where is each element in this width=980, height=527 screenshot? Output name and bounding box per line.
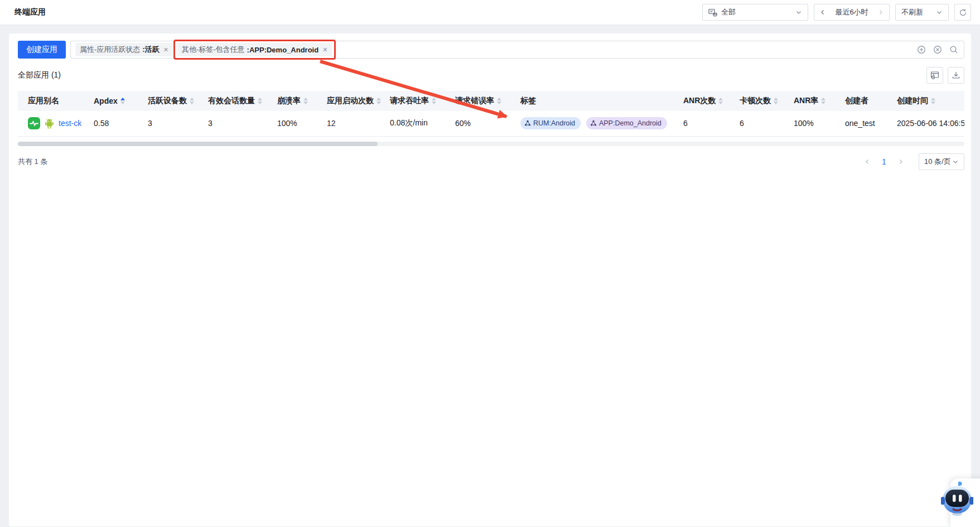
cell-launches: 12 <box>317 111 380 136</box>
highlighted-filter-chip-wrap: 其他-标签-包含任意 :APP:Demo_Android ✕ <box>177 43 332 56</box>
cell-crash-rate: 100% <box>267 111 317 136</box>
table-footer: 共有 1 条 1 10 条/页 <box>18 153 964 170</box>
remove-filter-icon[interactable]: ✕ <box>322 46 327 54</box>
sort-icon <box>931 98 935 104</box>
filter-chip-value: :活跃 <box>142 45 159 55</box>
column-header-tags: 标签 <box>510 91 673 111</box>
sort-icon <box>303 98 308 104</box>
page-size-select[interactable]: 10 条/页 <box>919 153 964 170</box>
filter-chip-value: :APP:Demo_Android <box>247 46 319 54</box>
filter-search-bar[interactable]: 属性-应用活跃状态 :活跃 ✕ 其他-标签-包含任意 :APP:Demo_And… <box>70 41 964 59</box>
tag-icon <box>590 120 597 127</box>
search-icon[interactable] <box>949 45 958 54</box>
time-prev-button[interactable] <box>819 9 826 16</box>
chevron-down-icon <box>795 9 802 16</box>
horizontal-scrollbar-thumb[interactable] <box>18 142 378 146</box>
cell-created-at: 2025-06-06 14:06:58 <box>887 111 964 136</box>
column-header-crash-rate[interactable]: 崩溃率 <box>267 91 317 111</box>
column-header-name: 应用别名 <box>18 91 84 111</box>
apps-table-wrap: 应用别名 Apdex 活跃设备数 有效会话数量 崩溃率 应用启动次数 请求吞吐率… <box>18 91 964 137</box>
time-range-picker: 最近6小时 <box>814 4 890 21</box>
cell-sessions: 3 <box>198 111 267 136</box>
android-icon <box>44 118 55 129</box>
sort-icon <box>497 98 501 104</box>
clear-filters-icon[interactable] <box>933 45 942 54</box>
filter-chip-label: 属性-应用活跃状态 <box>80 45 140 55</box>
column-header-anr-rate[interactable]: ANR率 <box>784 91 835 111</box>
tag-icon <box>524 120 531 127</box>
apps-card: 创建应用 属性-应用活跃状态 :活跃 ✕ 其他-标签-包含任意 :APP:Dem… <box>9 33 971 526</box>
column-header-sessions[interactable]: 有效会话数量 <box>198 91 267 111</box>
refresh-button[interactable] <box>954 4 971 21</box>
apps-table: 应用别名 Apdex 活跃设备数 有效会话数量 崩溃率 应用启动次数 请求吞吐率… <box>18 91 964 137</box>
column-header-freeze-count[interactable]: 卡顿次数 <box>730 91 784 111</box>
content-area: 创建应用 属性-应用活跃状态 :活跃 ✕ 其他-标签-包含任意 :APP:Dem… <box>0 25 980 526</box>
list-header: 全部应用 (1) <box>18 67 964 84</box>
sort-icon <box>432 98 436 104</box>
filter-chip-tag-contains[interactable]: 其他-标签-包含任意 :APP:Demo_Android ✕ <box>177 43 332 56</box>
column-header-throughput[interactable]: 请求吞吐率 <box>380 91 445 111</box>
cell-anr-count: 6 <box>673 111 730 136</box>
download-button[interactable] <box>948 67 964 84</box>
column-header-anr-count[interactable]: ANR次数 <box>673 91 730 111</box>
column-header-created-at[interactable]: 创建时间 <box>887 91 964 111</box>
tag-pill-rum-android[interactable]: RUM:Android <box>520 117 581 129</box>
tag-pill-app-demo-android[interactable]: APP:Demo_Android <box>586 117 667 129</box>
column-header-creator: 创建者 <box>835 91 887 111</box>
sort-icon <box>718 98 723 104</box>
apps-count-title: 全部应用 (1) <box>18 70 61 80</box>
refresh-mode-select[interactable]: 不刷新 <box>895 4 949 21</box>
download-icon <box>952 71 960 80</box>
column-settings-icon <box>930 71 940 80</box>
app-monitor-icon <box>28 117 40 129</box>
cell-creator: one_test <box>835 111 887 136</box>
sort-icon <box>190 98 194 104</box>
horizontal-scrollbar <box>18 142 964 146</box>
chevron-down-icon <box>952 158 959 165</box>
time-next-button[interactable] <box>877 9 884 16</box>
sort-icon <box>258 98 262 104</box>
prev-page-button[interactable] <box>861 155 874 168</box>
page-title: 终端应用 <box>15 7 46 17</box>
remove-filter-icon[interactable]: ✕ <box>163 46 168 54</box>
table-header-row: 应用别名 Apdex 活跃设备数 有效会话数量 崩溃率 应用启动次数 请求吞吐率… <box>18 91 964 111</box>
pagination: 1 10 条/页 <box>861 153 964 170</box>
cell-tags: RUM:Android APP:Demo_Android <box>510 111 673 136</box>
cell-active-devices: 3 <box>138 111 198 136</box>
sort-icon <box>376 98 381 104</box>
app-name-link[interactable]: test-ck <box>59 119 81 128</box>
workspace-icon <box>708 8 717 17</box>
topbar: 终端应用 全部 最近6小时 不刷新 <box>0 0 980 25</box>
sort-icon <box>774 98 778 104</box>
page-number[interactable]: 1 <box>877 157 891 166</box>
time-range-label[interactable]: 最近6小时 <box>835 7 868 17</box>
chevron-down-icon <box>936 9 943 16</box>
cell-anr-rate: 100% <box>784 111 835 136</box>
filter-chip-label: 其他-标签-包含任意 <box>182 45 245 55</box>
create-app-button[interactable]: 创建应用 <box>18 41 66 59</box>
workspace-scope-select[interactable]: 全部 <box>702 4 808 21</box>
cell-freeze-count: 6 <box>730 111 784 136</box>
refresh-icon <box>959 8 967 17</box>
cell-error-rate: 60% <box>445 111 510 136</box>
add-filter-icon[interactable] <box>917 45 926 54</box>
page-size-value: 10 条/页 <box>924 157 951 167</box>
sort-icon <box>120 98 125 104</box>
sort-icon <box>821 98 825 104</box>
column-header-launches[interactable]: 应用启动次数 <box>317 91 380 111</box>
next-page-button[interactable] <box>894 155 907 168</box>
total-count: 共有 1 条 <box>18 157 47 167</box>
robot-icon <box>941 480 973 517</box>
filter-chip-active-status[interactable]: 属性-应用活跃状态 :活跃 ✕ <box>75 43 173 56</box>
table-row: test-ck 0.58 3 3 100% 12 0.08次/min 60% <box>18 111 964 136</box>
column-header-apdex[interactable]: Apdex <box>84 91 138 111</box>
column-settings-button[interactable] <box>926 67 943 84</box>
column-header-active-devices[interactable]: 活跃设备数 <box>138 91 198 111</box>
cell-apdex: 0.58 <box>84 111 138 136</box>
apps-toolbar: 创建应用 属性-应用活跃状态 :活跃 ✕ 其他-标签-包含任意 :APP:Dem… <box>18 41 964 59</box>
assistant-bot-button[interactable] <box>941 480 973 519</box>
column-header-error-rate[interactable]: 请求错误率 <box>445 91 510 111</box>
workspace-scope-value: 全部 <box>721 7 736 17</box>
refresh-mode-value: 不刷新 <box>901 7 923 17</box>
cell-throughput: 0.08次/min <box>380 111 445 136</box>
